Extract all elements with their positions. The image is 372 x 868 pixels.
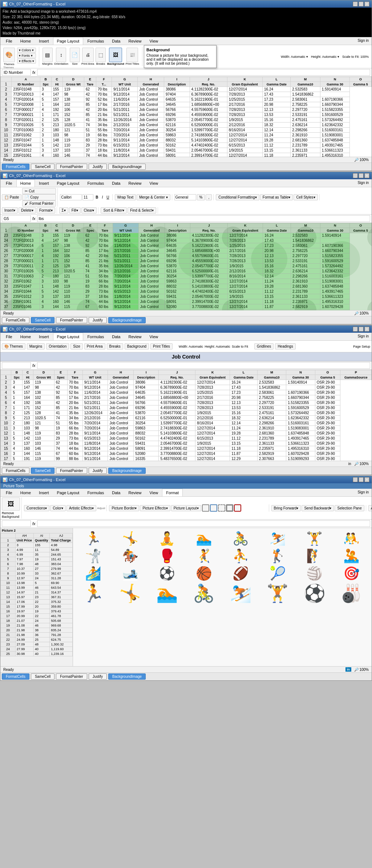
col-B[interactable]: B (40, 77, 51, 82)
formula-input-3[interactable] (37, 362, 370, 369)
table-cell[interactable]: 22 (33, 600, 49, 604)
table-cell[interactable]: 2.05457700E-02 (190, 264, 228, 269)
table-cell[interactable]: 121 (62, 274, 84, 279)
clipart-10[interactable]: 🏇 (113, 548, 148, 564)
table-cell[interactable]: 64635 (165, 243, 190, 248)
col-M[interactable]: M (291, 77, 320, 82)
table-cell[interactable]: 102 (62, 248, 84, 253)
table-cell[interactable]: Job Control (108, 385, 134, 390)
sheet-formatpainter-1[interactable]: FormatPainter (56, 164, 87, 170)
table-cell[interactable]: 1/9/2015 (195, 441, 230, 446)
table-cell[interactable]: 7/20/2014 (113, 279, 138, 284)
sheet-formatpainter-4[interactable]: FormatPainter (56, 673, 87, 680)
table-cell[interactable]: Job Control (108, 416, 134, 421)
table-cell[interactable]: 20 lbs (96, 107, 112, 112)
table-cell[interactable]: 7/20/2014 (112, 133, 137, 138)
name-box-2[interactable] (2, 215, 31, 222)
table-cell[interactable]: 2.298266 (291, 128, 320, 133)
table-cell[interactable]: 50162 (165, 289, 190, 294)
tab-file-4[interactable]: File (2, 489, 16, 496)
table-cell[interactable]: 4.11282300E-02 (190, 233, 228, 238)
table-cell[interactable]: 235F01044 (12, 289, 40, 294)
orientation-3[interactable]: Orientation (46, 343, 69, 349)
table-cell[interactable]: 21.08 (15, 623, 33, 628)
table-cell[interactable]: 1.493917465 (320, 143, 349, 148)
clipart-9[interactable]: 🤺 (76, 548, 111, 564)
tab-pagelayout-2[interactable]: Page Layout (53, 179, 84, 187)
table-cell[interactable]: 5 (33, 581, 49, 585)
col-J[interactable]: J (190, 77, 227, 82)
table-cell[interactable]: 772F020013 (12, 238, 40, 243)
col-2-O[interactable]: O (350, 223, 372, 228)
table-cell[interactable]: 60 lbs (97, 304, 113, 309)
table-cell[interactable]: 160 (22, 446, 33, 451)
table-cell[interactable]: 106 (62, 253, 84, 259)
close-btn-1[interactable]: × (364, 1, 369, 7)
table-cell[interactable]: 1.541836862 (291, 238, 320, 243)
table-cell[interactable]: 2.636214 (291, 123, 320, 128)
table-cell[interactable] (320, 238, 350, 243)
col-2-E[interactable]: E (84, 223, 97, 228)
sheet-background-2[interactable]: BackgroundImage (108, 317, 146, 323)
table-cell[interactable]: 9/11/2014 (113, 309, 138, 311)
table-cell[interactable]: 235F01061 (12, 153, 40, 157)
paste-btn[interactable]: 📋 Paste (2, 194, 21, 200)
table-cell[interactable]: 18 lbs (97, 294, 113, 299)
table-cell[interactable]: 62116 (134, 416, 159, 421)
sheet-samecell-4[interactable]: SameCell (31, 673, 54, 680)
sheet-formatpainter-3[interactable]: FormatPainter (56, 468, 87, 474)
table-cell[interactable]: 3 (40, 294, 51, 299)
table-cell[interactable]: 70 lbs (96, 92, 112, 97)
table-cell[interactable]: 88 lbs (97, 309, 113, 311)
table-cell[interactable]: 110 (33, 436, 54, 441)
col-3-N[interactable]: N (286, 370, 315, 375)
table-cell[interactable]: 20.98 (263, 248, 291, 253)
table-cell[interactable]: 5/21/2011 (112, 112, 137, 117)
table-cell[interactable]: 1.536611323 (320, 294, 350, 299)
table-cell[interactable]: 17.06 (15, 600, 33, 604)
table-cell[interactable]: 69296 (164, 112, 190, 117)
table-cell[interactable]: 21 lbs (96, 112, 112, 117)
table-cell[interactable]: 5/21/2011 (113, 259, 138, 264)
cut-btn[interactable]: ✂ Cut (22, 188, 56, 194)
table-cell[interactable]: 1 (40, 259, 51, 264)
table-cell[interactable]: 11.87 (263, 304, 291, 309)
table-cell[interactable]: 2.39914700E-02 (190, 299, 228, 304)
table-cell[interactable]: 3 (15, 543, 33, 548)
table-cell[interactable]: 4.55759600E-01 (190, 107, 227, 112)
table-cell[interactable]: 2.681360 (291, 138, 320, 143)
table-cell[interactable]: 2/17/2016 (82, 395, 108, 400)
table-cell[interactable]: 12.14 (263, 128, 291, 133)
table-cell[interactable]: Job Control (108, 421, 134, 426)
table-cell[interactable]: 121 (62, 128, 84, 133)
table-cell[interactable]: 2.297720 (257, 400, 286, 405)
format-btn[interactable]: Format▾ (37, 207, 55, 213)
table-cell[interactable]: 21.98 (15, 628, 33, 633)
table-cell[interactable]: 16.24 (263, 233, 291, 238)
table-cell[interactable]: 12.97 (15, 576, 33, 581)
table-cell[interactable]: 28 lbs (67, 431, 82, 436)
table-cell[interactable]: 1.53997700E-02 (159, 421, 195, 426)
formula-input-4[interactable] (37, 520, 370, 527)
close-btn-2[interactable]: × (364, 173, 369, 178)
table-cell[interactable]: 9/11/2014 (112, 87, 137, 92)
table-cell[interactable]: 772F010063 (12, 274, 40, 279)
table-cell[interactable]: 51 (84, 274, 97, 279)
table-cell[interactable]: 69296 (134, 405, 159, 411)
table-cell[interactable]: 7/20/2014 (113, 274, 138, 279)
table-cell[interactable]: 14.97 (15, 590, 33, 595)
tab-data-2[interactable]: Data (108, 179, 124, 187)
table-cell[interactable]: 1.515823355 (286, 400, 315, 405)
table-cell[interactable]: 41 (84, 117, 96, 123)
table-cell[interactable]: 5.14103800E-02 (159, 431, 195, 436)
table-cell[interactable]: 85 (54, 395, 67, 400)
maximize-btn-1[interactable]: □ (359, 1, 364, 7)
table-cell[interactable]: 3 (40, 279, 51, 284)
table-cell[interactable]: Job Control (138, 133, 164, 138)
col-N[interactable]: N (320, 77, 349, 82)
table-cell[interactable]: 16.24 (263, 87, 291, 92)
table-cell[interactable]: 2.298266 (291, 274, 320, 279)
table-cell[interactable]: 13.15 (263, 294, 291, 299)
col-2-B[interactable]: B (40, 223, 51, 228)
table-cell[interactable]: 12.29 (230, 456, 258, 461)
